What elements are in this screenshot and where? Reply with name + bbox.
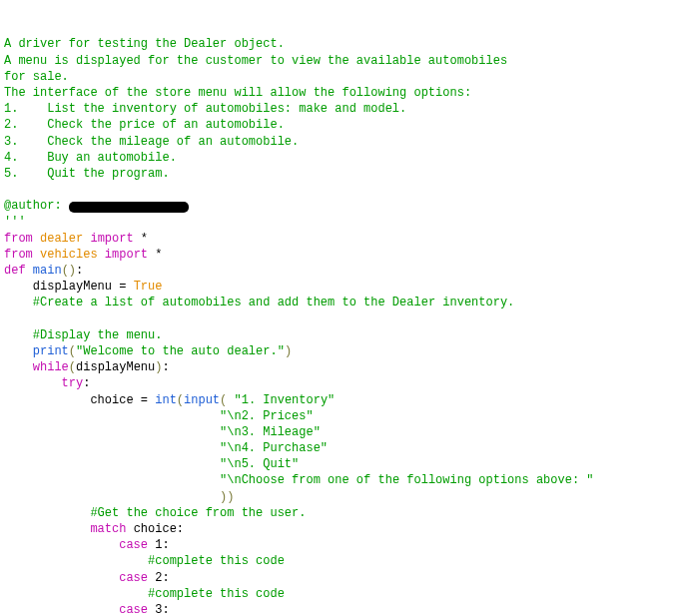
str-opt5: "\n5. Quit" [220, 457, 299, 471]
const-true: True [134, 280, 163, 294]
call-input: input [184, 393, 220, 407]
kw-case: case [119, 571, 148, 585]
docstring-line: A driver for testing the Dealer object. [4, 37, 285, 51]
str-opt6: "\nChoose from one of the following opti… [220, 473, 593, 487]
colon: : [76, 264, 83, 278]
kw-from: from [4, 248, 33, 262]
colon: : [162, 603, 169, 616]
redacted-author [69, 202, 189, 213]
docstring-line: 4. Buy an automobile. [4, 151, 177, 165]
colon: : [162, 571, 169, 585]
kw-try: try [62, 376, 84, 390]
open-paren: ( [220, 393, 227, 407]
author-label: @author: [4, 199, 69, 213]
comment-display-menu: #Display the menu. [33, 328, 163, 342]
var-choice: choice [90, 393, 133, 407]
close-paren: ) [285, 344, 292, 358]
module-vehicles: vehicles [40, 248, 98, 262]
docstring-line: for sale. [4, 70, 69, 84]
str-opt3: "\n3. Mileage" [220, 425, 321, 439]
kw-case: case [119, 538, 148, 552]
comment-get-choice: #Get the choice from the user. [90, 506, 306, 520]
kw-from: from [4, 232, 33, 246]
code-block: A driver for testing the Dealer object. … [4, 37, 594, 616]
docstring-line: 2. Check the price of an automobile. [4, 118, 285, 132]
parens: () [62, 264, 76, 278]
close-parens: )) [220, 490, 234, 504]
call-int: int [155, 393, 177, 407]
comment-create-list: #Create a list of automobiles and add th… [33, 296, 514, 309]
docstring-line: 3. Check the mileage of an automobile. [4, 135, 299, 149]
star: * [155, 248, 162, 262]
colon: : [162, 538, 169, 552]
eq: = [134, 393, 156, 407]
kw-def: def [4, 264, 26, 278]
docstring-line: A menu is displayed for the customer to … [4, 54, 507, 68]
module-dealer: dealer [40, 232, 83, 246]
open-paren: ( [69, 360, 76, 374]
str-opt4: "\n4. Purchase" [220, 441, 328, 455]
kw-case: case [119, 603, 148, 616]
open-paren: ( [69, 344, 76, 358]
eq: = [112, 280, 134, 294]
kw-import: import [105, 248, 148, 262]
call-print: print [33, 344, 69, 358]
colon: : [177, 522, 184, 536]
kw-import: import [90, 232, 133, 246]
comment-complete: #complete this code [148, 587, 285, 601]
str-opt2: "\n2. Prices" [220, 409, 314, 423]
comment-complete: #complete this code [148, 554, 285, 568]
star: * [141, 232, 148, 246]
func-main: main [33, 264, 62, 278]
docstring-line: 5. Quit the program. [4, 167, 170, 181]
colon: : [162, 360, 169, 374]
kw-while: while [33, 360, 69, 374]
var-displayMenu: displayMenu [33, 280, 112, 294]
docstring-line: 1. List the inventory of automobiles: ma… [4, 102, 406, 116]
open-paren: ( [177, 393, 184, 407]
var-displayMenu: displayMenu [76, 360, 155, 374]
str-welcome: "Welcome to the auto dealer." [76, 344, 285, 358]
triple-quote: ''' [4, 215, 26, 229]
docstring-line: The interface of the store menu will all… [4, 86, 471, 100]
var-choice: choice [134, 522, 177, 536]
colon: : [83, 376, 90, 390]
str-opt1: "1. Inventory" [234, 393, 335, 407]
kw-match: match [90, 522, 126, 536]
